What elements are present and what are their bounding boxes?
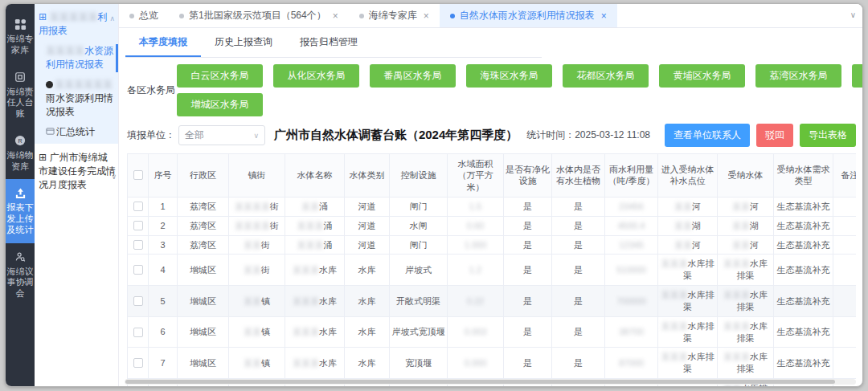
rail-item-label: 海绵责任人台账 xyxy=(6,87,34,120)
tab[interactable]: 第1批国家级示范项目（564个）× xyxy=(169,4,349,27)
table-cell: 0.22 xyxy=(448,286,504,317)
table-cell: 是 xyxy=(504,316,552,348)
row-checkbox[interactable] xyxy=(133,296,143,306)
table-cell: 3 xyxy=(149,235,178,255)
blue-action-button[interactable]: 查看单位联系人 xyxy=(665,124,750,147)
rail-item[interactable]: R海绵物资库 xyxy=(6,127,35,180)
tab-label: 第1批国家级示范项目（564个） xyxy=(189,9,326,22)
menu-group-title[interactable]: ⊞ 某某某某某利用报表 ∧ xyxy=(39,10,116,39)
bureau-button[interactable]: 花都区水务局 xyxy=(563,64,649,88)
table-cell: 12345 xyxy=(605,235,658,255)
table-cell: 增城区 xyxy=(178,255,229,286)
tab-dot-icon xyxy=(129,14,134,18)
menu-group-monthly-report[interactable]: ⊞ 广州市海绵城市建设任务完成情况月度报表 ∨ xyxy=(35,144,118,197)
column-header: 进入受纳水体补水点位 xyxy=(658,154,718,198)
tab[interactable]: 自然水体雨水资源利用情况报表× xyxy=(440,4,617,27)
expand-icon[interactable]: ⊞ xyxy=(39,152,49,163)
rail-item-label: 海绵专家库 xyxy=(6,34,34,56)
app-window: 海绵专家库海绵责任人台账R海绵物资库报表下发上传及统计海绵议事协调会 ⊞ 某某某… xyxy=(5,3,863,387)
table-row: 6增城区某某镇某某某水库水库岸坡式宽顶堰0.003是是38700某某某水库排渠某… xyxy=(128,316,857,348)
green-action-button[interactable]: 导出表格 xyxy=(800,124,856,147)
bureau-section: 各区水务局 白云区水务局从化区水务局番禺区水务局海珠区水务局花都区水务局黄埔区水… xyxy=(127,64,856,116)
table-cell: 是 xyxy=(504,197,552,216)
menu-item[interactable]: 某某某某某某雨水资源利用情况报表 xyxy=(39,78,116,120)
bureau-button[interactable]: 南沙区水务局 xyxy=(852,64,863,88)
select-all-checkbox[interactable] xyxy=(133,170,143,180)
close-icon[interactable]: × xyxy=(424,10,429,22)
table-cell xyxy=(833,316,857,348)
column-header: 备注 xyxy=(833,154,857,198)
row-checkbox[interactable] xyxy=(133,265,143,275)
horizontal-scrollbar[interactable] xyxy=(125,379,856,385)
table-cell: 某某涌 xyxy=(285,197,345,216)
subtab[interactable]: 历史上报查询 xyxy=(201,28,286,57)
table-cell: 700000 xyxy=(605,286,658,317)
rail-item[interactable]: 海绵议事协调会 xyxy=(6,243,35,307)
table-cell: 某某河 xyxy=(718,235,774,255)
table-cell: 是 xyxy=(504,348,552,379)
table-cell: 4500.4 xyxy=(605,216,658,235)
table-cell: 0.60 xyxy=(448,216,504,235)
unit-select[interactable]: 全部 ∨ xyxy=(178,125,265,145)
tab-label: 自然水体雨水资源利用情况报表 xyxy=(460,9,595,22)
left-rail: 海绵专家库海绵责任人台账R海绵物资库报表下发上传及统计海绵议事协调会 xyxy=(6,4,35,386)
bureau-button[interactable]: 荔湾区水务局 xyxy=(755,64,841,88)
main-area: 总览第1批国家级示范项目（564个）×海绵专家库×自然水体雨水资源利用情况报表×… xyxy=(118,4,862,386)
table-cell: 生态基流补充 xyxy=(774,197,833,216)
table-cell: 是 xyxy=(552,316,605,348)
row-checkbox[interactable] xyxy=(133,202,143,211)
bureau-button[interactable]: 黄埔区水务局 xyxy=(659,64,745,88)
chevron-down-icon[interactable]: ∨ xyxy=(111,173,117,181)
rail-item[interactable]: 海绵专家库 xyxy=(6,10,35,63)
menu-item[interactable]: 汇总统计 xyxy=(39,125,116,139)
panel-icon xyxy=(46,126,56,137)
table-cell: 某某某水库 xyxy=(285,348,345,379)
tab-list-chevron-icon[interactable]: ∨ xyxy=(850,10,856,19)
table-row: 2荔湾区某某某某街某某某涌河道水闸0.60是是4500.4某某湖某某湖生态基流补… xyxy=(128,216,857,235)
table-cell: 闸门 xyxy=(390,235,448,255)
table-cell: 水库 xyxy=(345,286,390,317)
subtab[interactable]: 报告归档管理 xyxy=(286,28,371,57)
table-cell: 生态基流补充 xyxy=(774,255,833,286)
table-row: 3荔湾区某某街某某某涌河道闸门1.000是是12345某某河某某河生态基流补充 xyxy=(128,235,857,255)
menu-item[interactable]: 某某某某水资源利用情况报表 xyxy=(39,44,116,72)
table-cell: 某某某涌 xyxy=(285,235,345,255)
table-cell: 荔湾区 xyxy=(178,216,229,235)
table-cell: 荔湾区 xyxy=(178,197,229,216)
sheet-title: 广州市自然水体调蓄台账（2024年第四季度） xyxy=(265,128,526,143)
subtab[interactable]: 本季度填报 xyxy=(125,28,201,57)
table-cell: 生态基流补充 xyxy=(774,316,833,348)
stats-time: 统计时间：2025-03-12 11:08 xyxy=(526,128,650,142)
table-cell: 87000 xyxy=(605,348,658,379)
rail-item[interactable]: 海绵责任人台账 xyxy=(6,63,35,127)
rail-item[interactable]: 报表下发上传及统计 xyxy=(6,179,35,242)
row-checkbox[interactable] xyxy=(133,358,143,368)
bureau-button[interactable]: 增城区水务局 xyxy=(177,93,263,116)
bureau-button[interactable]: 从化区水务局 xyxy=(273,64,359,88)
unit-select-value: 全部 xyxy=(185,128,204,142)
table-cell: 2 xyxy=(149,216,178,235)
stats-label: 统计时间： xyxy=(526,129,575,141)
row-checkbox[interactable] xyxy=(133,240,143,250)
close-icon[interactable]: × xyxy=(601,10,607,22)
bureau-button[interactable]: 海珠区水务局 xyxy=(466,64,552,88)
table-cell: 7 xyxy=(149,348,178,379)
tab[interactable]: 总览 xyxy=(119,4,169,27)
table-cell xyxy=(833,216,857,235)
dot-icon xyxy=(46,81,53,88)
row-checkbox[interactable] xyxy=(133,221,143,230)
frame-icon xyxy=(14,71,26,83)
table-cell xyxy=(833,255,857,286)
chevron-up-icon[interactable]: ∧ xyxy=(109,14,115,24)
bureau-button[interactable]: 白云区水务局 xyxy=(177,64,263,88)
tab[interactable]: 海绵专家库× xyxy=(349,4,440,27)
table-cell: 某某某水库 xyxy=(285,255,345,286)
table-cell: 0.003 xyxy=(448,316,504,348)
close-icon[interactable]: × xyxy=(333,10,338,22)
scrollbar-thumb[interactable] xyxy=(125,380,835,384)
row-checkbox[interactable] xyxy=(133,328,143,337)
bureau-button[interactable]: 番禺区水务局 xyxy=(370,64,456,88)
red-action-button[interactable]: 驳回 xyxy=(756,124,793,147)
upload-icon xyxy=(14,186,27,199)
rail-item-label: 海绵物资库 xyxy=(6,150,34,173)
